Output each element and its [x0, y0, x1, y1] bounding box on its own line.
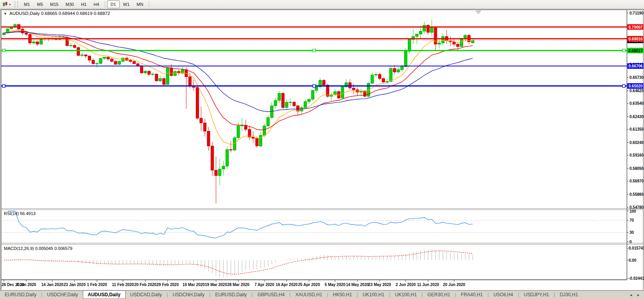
symbol-dropdown-caret[interactable]: ▼ — [4, 12, 7, 16]
svg-text:0.65020: 0.65020 — [629, 84, 643, 88]
tab-hk50-h1[interactable]: HK50,H1 — [328, 291, 357, 299]
hline-handle[interactable] — [2, 85, 5, 88]
date-tick-label: 14 May 2020 — [346, 283, 369, 287]
svg-text:0.00: 0.00 — [629, 258, 637, 263]
date-tick-label: 20 Feb 2020 — [134, 283, 157, 287]
svg-text:0.64620: 0.64620 — [629, 89, 644, 93]
date-tick-label: 28 Mar 2020 — [227, 283, 250, 287]
symbol-tabs: EURUSD,Daily|USDCHF,DailyAUDUSD,DailyUSD… — [0, 291, 583, 299]
date-tick-label: 4 Jan 2020 — [16, 283, 36, 287]
chart-background — [1, 9, 643, 290]
svg-text:0.61350: 0.61350 — [629, 127, 644, 131]
tab-usoil-h4[interactable]: USOil,H4 — [489, 291, 518, 299]
tab-usdcad-daily[interactable]: USDCAD,Daily — [126, 291, 167, 299]
svg-text:0: 0 — [629, 240, 632, 244]
tab-xauusd-h1[interactable]: XAUUSD,H1 — [290, 291, 327, 299]
svg-text:30: 30 — [629, 230, 634, 235]
tab-uk100-h1[interactable]: UK100,H1 — [358, 291, 389, 299]
date-tick-label: 11 Feb 2020 — [112, 283, 134, 287]
date-tick-label: 11 Jun 2020 — [417, 283, 440, 287]
date-tick-label: 7 Apr 2020 — [254, 283, 274, 287]
date-tick-label: 5 May 2020 — [325, 283, 345, 287]
svg-text:100: 100 — [629, 209, 636, 213]
price-chart: 0.711900.700800.689700.679200.668400.657… — [0, 0, 644, 299]
tab-gbpusd-h4[interactable]: GBPUSD,H4 — [253, 291, 289, 299]
tab-uk100-h1[interactable]: UK100,H1 — [390, 291, 421, 299]
date-tick-label: 1 Feb 2020 — [87, 283, 107, 287]
tab-ger30-h1[interactable]: GER30,H1 — [423, 291, 455, 299]
svg-text:0.71190: 0.71190 — [629, 11, 644, 15]
svg-text:0.60240: 0.60240 — [629, 140, 644, 145]
date-tick-label: 2 Jun 2020 — [396, 283, 416, 287]
date-tick-label: 25 Apr 2020 — [298, 283, 320, 287]
tab-eurusd-daily[interactable]: EURUSD,Daily — [210, 291, 252, 299]
svg-text:0.58050: 0.58050 — [629, 166, 644, 171]
date-tick-label: 19 Mar 2020 — [205, 283, 227, 287]
tab-fra40-h1[interactable]: FRA40,H1 — [456, 291, 487, 299]
macd-indicator-label: MACD(12,26,9) 0.005045 0.006579 — [4, 246, 72, 251]
tab-usdchf-daily[interactable]: USDCHF,Daily — [42, 291, 83, 299]
svg-text:0.55860: 0.55860 — [629, 192, 644, 197]
hline-handle[interactable] — [622, 49, 625, 52]
date-tick-label: 16 Apr 2020 — [276, 283, 298, 287]
date-tick-label: 23 Jan 2020 — [64, 283, 86, 287]
hline-handle[interactable] — [2, 49, 5, 52]
date-tick-label: 23 May 2020 — [368, 283, 391, 287]
tab-audusd-daily[interactable]: AUDUSD,Daily — [83, 290, 126, 299]
tab-eurusd-daily[interactable]: EURUSD,Daily — [0, 291, 41, 299]
tab-scroll-arrows: ◄ ► — [629, 291, 644, 299]
hline-handle[interactable] — [622, 85, 625, 88]
tab-scroll-left-icon[interactable]: ◄ — [629, 293, 633, 297]
svg-text:0.62430: 0.62430 — [629, 115, 644, 119]
svg-text:0.65730: 0.65730 — [629, 75, 644, 80]
svg-text:0.59160: 0.59160 — [629, 153, 644, 157]
date-tick-label: 10 Mar 2020 — [182, 283, 205, 287]
symbol-tabbar: EURUSD,Daily|USDCHF,DailyAUDUSD,DailyUSD… — [0, 290, 644, 299]
date-tick-label: 14 Jan 2020 — [41, 283, 64, 287]
chart-title: AUDUSD,Daily 0.68665 0.68944 0.68619 0.6… — [9, 11, 110, 16]
date-tick-label: 29 Feb 2020 — [157, 283, 179, 287]
rsi-indicator-label: RSI(14) 56.4913 — [4, 211, 36, 216]
svg-text:0.70007: 0.70007 — [629, 25, 643, 29]
svg-text:0.69010: 0.69010 — [629, 37, 643, 41]
svg-text:0.68017: 0.68017 — [629, 49, 643, 53]
hline-handle[interactable] — [313, 85, 316, 88]
tab-dj30-h1[interactable]: DJ30,H1 — [555, 291, 583, 299]
svg-text:0.56970: 0.56970 — [629, 179, 644, 183]
tab-scroll-right-icon[interactable]: ► — [637, 293, 640, 297]
svg-text:0.66706: 0.66706 — [629, 64, 643, 68]
hline-handle[interactable] — [313, 49, 316, 52]
tab-usdjpy-h1[interactable]: USDJPY,H1 — [519, 291, 554, 299]
svg-text:70: 70 — [629, 218, 634, 222]
svg-text:-0.024412: -0.024412 — [629, 276, 644, 281]
date-tick-label: 20 Jun 2020 — [443, 283, 465, 287]
svg-text:0.015741: 0.015741 — [629, 246, 644, 250]
svg-text:0.63540: 0.63540 — [629, 101, 644, 106]
tab-usdcnh-daily[interactable]: USDCNH,Daily — [168, 291, 209, 299]
